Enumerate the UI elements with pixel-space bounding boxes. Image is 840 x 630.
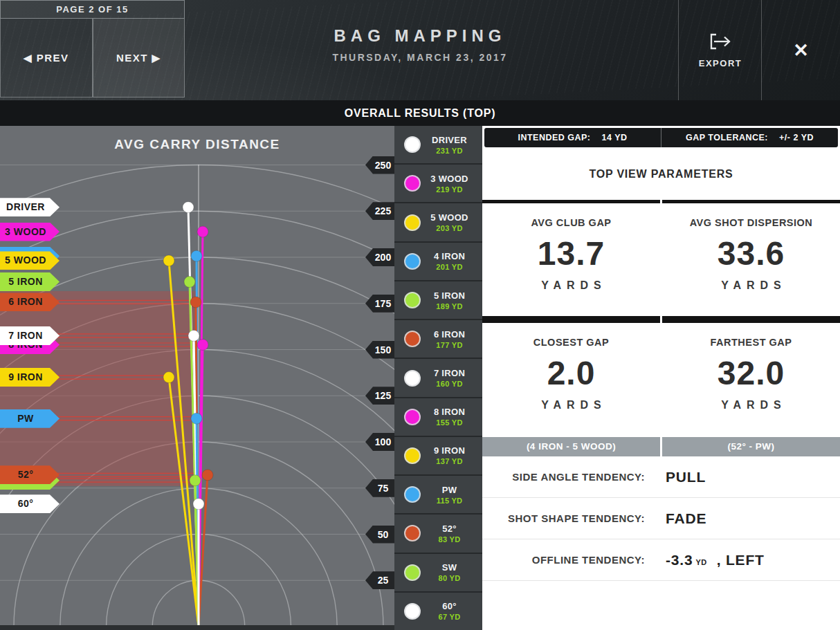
club-color-dot xyxy=(404,370,421,387)
close-icon: ✕ xyxy=(793,40,809,61)
tendency-value: FADE xyxy=(666,510,706,527)
next-button-label: NEXT xyxy=(116,52,148,64)
tendency-row-offline: OFFLINE TENDENCY: -3.3 YD , LEFT xyxy=(482,539,840,581)
club-list-item: 3 WOOD219 YD xyxy=(394,165,482,202)
tendency-value: -3.3 xyxy=(666,552,693,568)
club-name: 9 IRON xyxy=(421,445,478,456)
stat-card-title: FARTHEST GAP xyxy=(662,337,840,348)
club-label-9 IRON: 9 IRON xyxy=(0,368,60,387)
club-list-item: SW80 YD xyxy=(394,554,482,591)
club-list-item: DRIVER231 YD xyxy=(394,126,482,163)
avg-carry-dot-7 IRON xyxy=(188,330,199,341)
prev-button-label: PREV xyxy=(37,52,69,64)
club-color-dot xyxy=(404,136,421,153)
close-button[interactable]: ✕ xyxy=(762,0,840,100)
stat-card-value: 13.7 xyxy=(482,234,660,272)
club-list-item: 52°83 YD xyxy=(394,515,482,552)
club-carry-distance: 203 YD xyxy=(421,224,478,232)
club-list-item: 4 IRON201 YD xyxy=(394,243,482,280)
club-color-dot xyxy=(404,214,421,231)
avg-carry-dot-5 WOOD xyxy=(163,255,174,266)
club-color-dot xyxy=(404,175,421,192)
club-name: PW xyxy=(421,485,478,495)
tendency-label: SHOT SHAPE TENDENCY: xyxy=(482,512,645,524)
club-list-item: 6 IRON177 YD xyxy=(394,320,482,358)
avg-carry-dot-9 IRON xyxy=(163,372,174,383)
stat-card-footer: (4 IRON - 5 WOOD) xyxy=(482,437,660,456)
section-header: OVERALL RESULTS (TOP) xyxy=(0,100,840,126)
prev-arrow-icon: ◀ xyxy=(24,52,33,64)
club-name: 5 IRON xyxy=(421,290,478,301)
gap-tolerance-label: GAP TOLERANCE: xyxy=(686,133,768,142)
stat-card-unit: YARDS xyxy=(482,279,660,292)
club-name: 60° xyxy=(421,601,478,611)
avg-carry-dot-60° xyxy=(193,499,204,510)
carry-chart-svg xyxy=(0,126,394,630)
club-color-dot xyxy=(404,525,421,541)
carry-distance-chart: AVG CARRY DISTANCE DRIVER3 WOOD4 IRON5 W… xyxy=(0,126,394,630)
club-list-item: 8 IRON155 YD xyxy=(394,398,482,436)
club-list-item: 60°67 YD xyxy=(394,593,482,630)
tendency-row-side-angle: SIDE ANGLE TENDENCY: PULL xyxy=(482,456,840,498)
avg-carry-dot-4 IRON xyxy=(191,250,202,261)
avg-carry-dot-PW xyxy=(191,413,202,424)
export-button[interactable]: EXPORT xyxy=(679,0,761,100)
tendency-suffix: , LEFT xyxy=(717,552,765,568)
club-carry-distance: 80 YD xyxy=(421,574,478,582)
tendency-value: PULL xyxy=(666,469,706,485)
avg-carry-dot-8 IRON xyxy=(197,340,208,351)
intended-gap-value: 14 YD xyxy=(602,133,628,142)
avg-carry-dot-6 IRON xyxy=(190,297,201,308)
avg-carry-dot-DRIVER xyxy=(183,202,194,213)
club-name: 5 WOOD xyxy=(421,212,478,223)
stat-card-unit: YARDS xyxy=(482,399,660,411)
stat-card-unit: YARDS xyxy=(662,399,840,411)
stat-card-value: 33.6 xyxy=(662,234,840,272)
stat-card-value: 2.0 xyxy=(482,354,660,392)
club-color-dot xyxy=(404,564,421,581)
club-list: DRIVER231 YD3 WOOD219 YD5 WOOD203 YD4 IR… xyxy=(394,126,482,630)
club-color-dot xyxy=(404,253,421,270)
avg-carry-dot-3 WOOD xyxy=(197,226,208,237)
gap-settings-bar: INTENDED GAP: 14 YD GAP TOLERANCE: +/- 2… xyxy=(484,128,838,147)
prev-button[interactable]: ◀ PREV xyxy=(0,19,93,98)
club-label-5 IRON: 5 IRON xyxy=(0,272,60,291)
club-label-DRIVER: DRIVER xyxy=(0,198,60,216)
club-carry-distance: 67 YD xyxy=(421,613,478,621)
club-color-dot xyxy=(404,447,421,464)
stat-card-avg-shot-dispersion: AVG SHOT DISPERSION 33.6 YARDS xyxy=(662,200,840,319)
club-name: 52° xyxy=(421,524,478,534)
club-carry-distance: 115 YD xyxy=(421,497,478,505)
club-label-3 WOOD: 3 WOOD xyxy=(0,223,60,241)
gap-tolerance: GAP TOLERANCE: +/- 2 YD xyxy=(661,128,838,147)
club-label-7 IRON: 7 IRON xyxy=(0,326,60,345)
export-icon xyxy=(708,33,733,53)
club-carry-distance: 201 YD xyxy=(421,263,478,271)
club-label-5 WOOD: 5 WOOD xyxy=(0,251,60,270)
main-content: AVG CARRY DISTANCE DRIVER3 WOOD4 IRON5 W… xyxy=(0,126,840,630)
club-color-dot xyxy=(404,486,421,503)
stat-card-value: 32.0 xyxy=(662,354,840,392)
chart-bottom-strip xyxy=(0,625,394,630)
club-name: 7 IRON xyxy=(421,368,478,378)
parameters-panel: INTENDED GAP: 14 YD GAP TOLERANCE: +/- 2… xyxy=(482,126,840,630)
stat-card-unit: YARDS xyxy=(662,279,840,292)
club-name: 8 IRON xyxy=(421,407,478,417)
tendency-label: OFFLINE TENDENCY: xyxy=(482,554,645,566)
tendencies-list: SIDE ANGLE TENDENCY: PULL SHOT SHAPE TEN… xyxy=(482,456,840,581)
top-header: PAGE 2 OF 15 ◀ PREV NEXT ▶ BAG MAPPING T… xyxy=(0,0,840,100)
bag-mapping-app: PAGE 2 OF 15 ◀ PREV NEXT ▶ BAG MAPPING T… xyxy=(0,0,840,630)
stat-card-footer: (52° - PW) xyxy=(662,437,840,456)
avg-carry-dot-52° xyxy=(202,470,213,481)
stat-card-closest-gap: CLOSEST GAP 2.0 YARDS (4 IRON - 5 WOOD) xyxy=(482,319,660,456)
club-list-item: PW115 YD xyxy=(394,476,482,513)
pagination-block: PAGE 2 OF 15 ◀ PREV NEXT ▶ xyxy=(0,0,185,98)
parameters-title: TOP VIEW PARAMETERS xyxy=(482,168,840,180)
stat-card-farthest-gap: FARTHEST GAP 32.0 YARDS (52° - PW) xyxy=(662,319,840,456)
intended-gap: INTENDED GAP: 14 YD xyxy=(484,128,661,147)
club-carry-distance: 231 YD xyxy=(421,147,478,155)
next-button[interactable]: NEXT ▶ xyxy=(93,19,185,98)
club-color-dot xyxy=(404,331,421,347)
club-carry-distance: 189 YD xyxy=(421,302,478,311)
club-carry-distance: 219 YD xyxy=(421,185,478,194)
